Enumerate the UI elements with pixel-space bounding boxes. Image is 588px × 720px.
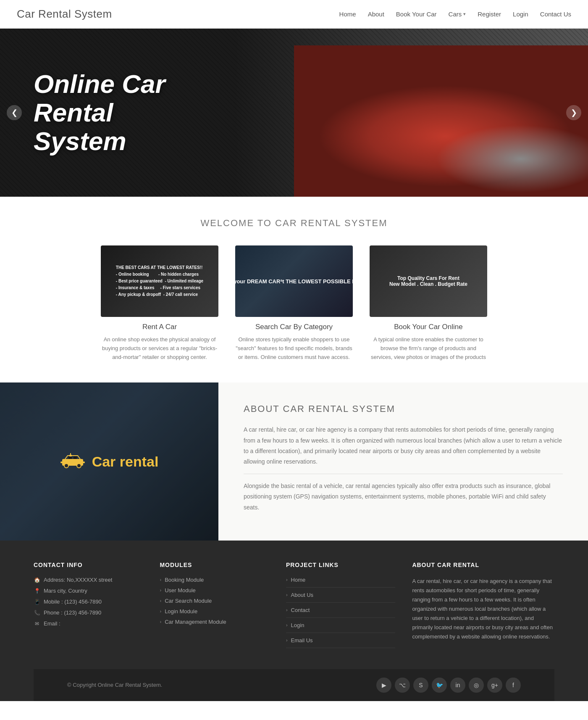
arrow-icon: › xyxy=(286,638,288,643)
nav-contact[interactable]: Contact Us xyxy=(540,11,571,18)
arrow-icon: › xyxy=(160,588,161,593)
feature-card-search: Search Car By Category Online stores typ… xyxy=(235,245,353,361)
social-linkedin-icon[interactable]: in xyxy=(450,678,465,693)
social-facebook-icon[interactable]: f xyxy=(506,678,521,693)
hero-title: Online Car Rental System xyxy=(34,70,165,156)
arrow-icon: › xyxy=(286,577,288,582)
module-item[interactable]: ›Booking Module xyxy=(160,577,269,583)
search-car-title: Search Car By Category xyxy=(235,323,353,331)
footer-project-links: PROJECT LINKS ›Home›About Us›Contact›Log… xyxy=(286,562,395,652)
social-github-icon[interactable]: ⌥ xyxy=(395,678,410,693)
module-item[interactable]: ›Login Module xyxy=(160,608,269,615)
arrow-icon: › xyxy=(286,622,288,628)
contact-mobile: 📱 Mobile : (123) 456-7890 xyxy=(34,599,143,605)
arrow-icon: › xyxy=(286,592,288,597)
social-dribbble-icon[interactable]: ◎ xyxy=(469,678,484,693)
social-icons-row: ▶⌥S🐦in◎g+f xyxy=(376,678,521,693)
mobile-icon: 📱 xyxy=(34,599,40,605)
about-section: Car rental ABOUT CAR RENTAL SYSTEM A car… xyxy=(0,382,588,540)
about-image-block: Car rental xyxy=(0,382,218,540)
nav-about[interactable]: About xyxy=(368,11,384,18)
search-car-description: Online stores typically enable shoppers … xyxy=(235,335,353,361)
about-divider xyxy=(244,474,563,474)
project-link-item[interactable]: ›Login xyxy=(286,622,395,633)
footer: CONTACT INFO 🏠 Address: No,XXXXXX street… xyxy=(0,541,588,701)
location-icon: 📍 xyxy=(34,588,40,594)
nav-book-car[interactable]: Book Your Car xyxy=(396,11,437,18)
rent-car-description: An online shop evokes the physical analo… xyxy=(101,335,218,361)
project-link-item[interactable]: ›Contact xyxy=(286,607,395,618)
arrow-icon: › xyxy=(286,607,288,612)
arrow-icon: › xyxy=(160,619,161,624)
welcome-title: WELCOME TO CAR RENTAL SYSTEM xyxy=(34,218,554,229)
about-section-title: ABOUT CAR RENTAL SYSTEM xyxy=(244,404,563,414)
nav-login[interactable]: Login xyxy=(513,11,528,18)
social-google-plus-icon[interactable]: g+ xyxy=(487,678,502,693)
nav-menu: Home About Book Your Car Cars Register L… xyxy=(339,11,571,18)
project-links-title: PROJECT LINKS xyxy=(286,562,395,568)
arrow-icon: › xyxy=(160,577,161,582)
car-rental-icon xyxy=(60,453,85,470)
footer-about-car: ABOUT CAR RENTAL A car rental, hire car,… xyxy=(412,562,554,652)
modules-title: MODULES xyxy=(160,562,269,568)
email-icon: ✉ xyxy=(34,620,40,627)
svg-rect-3 xyxy=(68,456,72,459)
footer-bottom: © Copyright Online Car Rental System. ▶⌥… xyxy=(34,669,554,701)
feature-card-rent: Rent A Car An online shop evokes the phy… xyxy=(101,245,218,361)
book-car-image xyxy=(370,245,487,317)
arrow-icon: › xyxy=(160,609,161,614)
feature-card-book: Book Your Car Online A typical online st… xyxy=(370,245,487,361)
contact-city: 📍 Mars city, Country xyxy=(34,588,143,594)
module-item[interactable]: ›User Module xyxy=(160,587,269,593)
about-paragraph-2: Alongside the basic rental of a vehicle,… xyxy=(244,481,563,513)
about-image-content: Car rental xyxy=(60,453,159,470)
home-icon: 🏠 xyxy=(34,577,40,583)
site-brand[interactable]: Car Rental System xyxy=(17,8,112,21)
phone-icon: 📞 xyxy=(34,609,40,616)
social-twitter-icon[interactable]: 🐦 xyxy=(432,678,447,693)
svg-rect-4 xyxy=(74,456,77,459)
about-car-text: A car rental, hire car, or car hire agen… xyxy=(412,577,554,642)
contact-phone: 📞 Phone : (123) 456-7890 xyxy=(34,609,143,616)
hero-car-image xyxy=(294,45,588,197)
arrow-icon: › xyxy=(160,598,161,603)
project-link-item[interactable]: ›Email Us xyxy=(286,637,395,648)
hero-next-arrow[interactable]: ❯ xyxy=(566,105,581,120)
nav-register[interactable]: Register xyxy=(478,11,501,18)
hero-prev-arrow[interactable]: ❮ xyxy=(7,105,22,120)
about-content-block: ABOUT CAR RENTAL SYSTEM A car rental, hi… xyxy=(218,382,588,540)
welcome-section: WELCOME TO CAR RENTAL SYSTEM Rent A Car … xyxy=(0,197,588,382)
car-rental-label: Car rental xyxy=(92,454,159,470)
footer-grid: CONTACT INFO 🏠 Address: No,XXXXXX street… xyxy=(34,562,554,669)
footer-modules: MODULES ›Booking Module›User Module›Car … xyxy=(160,562,269,652)
feature-cards-row: Rent A Car An online shop evokes the phy… xyxy=(34,245,554,361)
svg-point-2 xyxy=(77,464,81,468)
social-youtube-icon[interactable]: ▶ xyxy=(376,678,391,693)
contact-address: 🏠 Address: No,XXXXXX street xyxy=(34,577,143,583)
copyright-text: © Copyright Online Car Rental System. xyxy=(67,682,162,688)
svg-point-1 xyxy=(64,464,68,468)
rent-car-title: Rent A Car xyxy=(101,323,218,331)
project-link-item[interactable]: ›About Us xyxy=(286,592,395,603)
module-item[interactable]: ›Car Search Module xyxy=(160,598,269,604)
social-skype-icon[interactable]: S xyxy=(413,678,428,693)
nav-home[interactable]: Home xyxy=(339,11,356,18)
about-car-title: ABOUT CAR RENTAL xyxy=(412,562,554,568)
search-car-image xyxy=(235,245,353,317)
svg-rect-5 xyxy=(69,455,72,456)
about-paragraph-1: A car rental, hire car, or car hire agen… xyxy=(244,425,563,467)
nav-cars[interactable]: Cars xyxy=(449,11,462,18)
hero-text-block: Online Car Rental System xyxy=(0,70,165,156)
contact-email: ✉ Email : xyxy=(34,620,143,627)
book-car-description: A typical online store enables the custo… xyxy=(370,335,487,361)
hero-banner: Online Car Rental System ❮ ❯ xyxy=(0,29,588,197)
navbar: Car Rental System Home About Book Your C… xyxy=(0,0,588,29)
project-link-item[interactable]: ›Home xyxy=(286,577,395,588)
footer-contact: CONTACT INFO 🏠 Address: No,XXXXXX street… xyxy=(34,562,143,652)
book-car-title: Book Your Car Online xyxy=(370,323,487,331)
module-item[interactable]: ›Car Management Module xyxy=(160,619,269,625)
rent-car-image xyxy=(101,245,218,317)
contact-title: CONTACT INFO xyxy=(34,562,143,568)
